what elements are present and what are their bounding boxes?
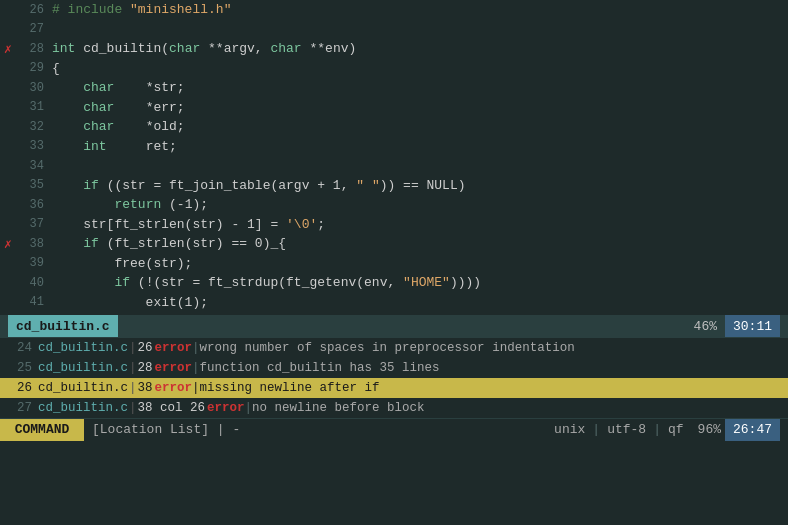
line-code: char *old; bbox=[44, 119, 185, 134]
error-location: 38 bbox=[138, 381, 153, 395]
quickfix-label: qf bbox=[668, 422, 684, 437]
line-number: 39 bbox=[16, 256, 44, 270]
line-code: exit(1); bbox=[44, 295, 208, 310]
line-code: { bbox=[44, 61, 60, 76]
error-index: 27 bbox=[4, 401, 32, 415]
command-bar: COMMAND [Location List] | - unix | utf-8… bbox=[0, 418, 788, 440]
error-index: 26 bbox=[4, 381, 32, 395]
line-number: 34 bbox=[16, 159, 44, 173]
error-file: cd_builtin.c bbox=[38, 381, 128, 395]
editor-line: ✗28int cd_builtin(char **argv, char **en… bbox=[0, 39, 788, 59]
file-format: unix bbox=[554, 422, 585, 437]
error-message: missing newline after if bbox=[200, 381, 380, 395]
line-code: } bbox=[44, 314, 91, 315]
error-message: no newline before block bbox=[252, 401, 425, 415]
line-number: 37 bbox=[16, 217, 44, 231]
editor-line: 41 exit(1); bbox=[0, 293, 788, 313]
error-label: error bbox=[155, 341, 193, 355]
error-label: error bbox=[207, 401, 245, 415]
cmd-position: 26:47 bbox=[725, 419, 780, 441]
editor-line: 27 bbox=[0, 20, 788, 40]
vim-mode: COMMAND bbox=[0, 419, 84, 441]
line-code: if (ft_strlen(str) == 0)_{ bbox=[44, 236, 286, 251]
editor-line: 40 if (!(str = ft_strdup(ft_getenv(env, … bbox=[0, 273, 788, 293]
error-list-item[interactable]: 27cd_builtin.c|38 col 26 error| no newli… bbox=[0, 398, 788, 418]
line-number: 33 bbox=[16, 139, 44, 153]
line-number: 30 bbox=[16, 81, 44, 95]
location-list-label: [Location List] | - bbox=[84, 422, 248, 437]
line-number: 26 bbox=[16, 3, 44, 17]
editor-line: ✗38 if (ft_strlen(str) == 0)_{ bbox=[0, 234, 788, 254]
error-list-item[interactable]: 24cd_builtin.c|26 error| wrong number of… bbox=[0, 338, 788, 358]
line-number: 31 bbox=[16, 100, 44, 114]
error-label: error bbox=[155, 361, 193, 375]
file-encoding: utf-8 bbox=[607, 422, 646, 437]
error-message: function cd_builtin has 35 lines bbox=[200, 361, 440, 375]
editor-line: 34 bbox=[0, 156, 788, 176]
error-file: cd_builtin.c bbox=[38, 401, 128, 415]
line-code: if ((str = ft_join_table(argv + 1, " "))… bbox=[44, 178, 466, 193]
line-number: 28 bbox=[16, 42, 44, 56]
editor-line: 26# include "minishell.h" bbox=[0, 0, 788, 20]
line-number: 38 bbox=[16, 237, 44, 251]
editor-line: 29{ bbox=[0, 59, 788, 79]
error-index: 24 bbox=[4, 341, 32, 355]
editor-line: 33 int ret; bbox=[0, 137, 788, 157]
editor-line: 42 } bbox=[0, 312, 788, 315]
status-percent: 46% bbox=[694, 319, 717, 334]
code-editor: 26# include "minishell.h" 27✗28int cd_bu… bbox=[0, 0, 788, 315]
line-number: 29 bbox=[16, 61, 44, 75]
error-gutter-mark: ✗ bbox=[4, 236, 16, 252]
line-number: 32 bbox=[16, 120, 44, 134]
error-list: 24cd_builtin.c|26 error| wrong number of… bbox=[0, 337, 788, 418]
error-list-item[interactable]: 25cd_builtin.c|28 error| function cd_bui… bbox=[0, 358, 788, 378]
cmd-percent: 96% bbox=[698, 422, 721, 437]
line-code: if (!(str = ft_strdup(ft_getenv(env, "HO… bbox=[44, 275, 481, 290]
error-file: cd_builtin.c bbox=[38, 361, 128, 375]
line-number: 27 bbox=[16, 22, 44, 36]
error-message: wrong number of spaces in preprocessor i… bbox=[200, 341, 575, 355]
status-filename: cd_builtin.c bbox=[8, 315, 118, 337]
editor-line: 35 if ((str = ft_join_table(argv + 1, " … bbox=[0, 176, 788, 196]
error-location: 26 bbox=[138, 341, 153, 355]
line-number: 41 bbox=[16, 295, 44, 309]
line-number: 35 bbox=[16, 178, 44, 192]
line-code: # include "minishell.h" bbox=[44, 2, 231, 17]
status-line: cd_builtin.c 46% 30:11 bbox=[0, 315, 788, 337]
line-code: free(str); bbox=[44, 256, 192, 271]
error-location: 38 col 26 bbox=[138, 401, 206, 415]
editor-line: 36 return (-1); bbox=[0, 195, 788, 215]
error-label: error bbox=[155, 381, 193, 395]
cmdbar-right: unix | utf-8 | qf 96% 26:47 bbox=[554, 419, 788, 441]
error-file: cd_builtin.c bbox=[38, 341, 128, 355]
editor-line: 32 char *old; bbox=[0, 117, 788, 137]
line-number: 40 bbox=[16, 276, 44, 290]
line-code: char *str; bbox=[44, 80, 185, 95]
line-code: int cd_builtin(char **argv, char **env) bbox=[44, 41, 356, 56]
line-code: char *err; bbox=[44, 100, 185, 115]
status-position: 30:11 bbox=[725, 315, 780, 337]
editor-line: 30 char *str; bbox=[0, 78, 788, 98]
line-number: 36 bbox=[16, 198, 44, 212]
line-code: return (-1); bbox=[44, 197, 208, 212]
error-list-item[interactable]: 26cd_builtin.c|38 error| missing newline… bbox=[0, 378, 788, 398]
line-code: str[ft_strlen(str) - 1] = '\0'; bbox=[44, 217, 325, 232]
error-index: 25 bbox=[4, 361, 32, 375]
error-location: 28 bbox=[138, 361, 153, 375]
editor-line: 37 str[ft_strlen(str) - 1] = '\0'; bbox=[0, 215, 788, 235]
editor-line: 31 char *err; bbox=[0, 98, 788, 118]
line-code: int ret; bbox=[44, 139, 177, 154]
editor-line: 39 free(str); bbox=[0, 254, 788, 274]
error-gutter-mark: ✗ bbox=[4, 41, 16, 57]
